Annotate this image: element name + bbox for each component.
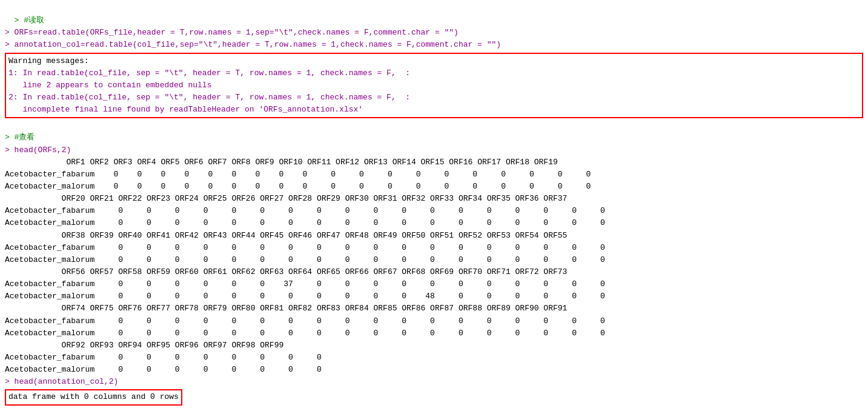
warning-2: 2: In read.table(col_file, sep = "\t", h… xyxy=(8,93,410,114)
warning-title: Warning messages: xyxy=(8,56,89,65)
comment-line-1: > #读取 xyxy=(15,16,44,25)
cmd-orfs-read: > ORFs=read.table(ORFs_file,header = T,r… xyxy=(5,28,459,37)
table-row-fabarum-1: Acetobacter_fabarum 0 0 0 0 0 0 0 0 0 0 … xyxy=(5,170,591,179)
table-row-fabarum-2: Acetobacter_fabarum 0 0 0 0 0 0 0 0 0 0 … xyxy=(5,206,605,215)
cmd-annotation-read: > annotation_col=read.table(col_file,sep… xyxy=(5,40,501,49)
result-text: data frame with 0 columns and 0 rows xyxy=(8,392,179,401)
cmd-head-annotation: > head(annotation_col,2) xyxy=(5,377,118,386)
table-header-6: ORF92 ORF93 ORF94 ORF95 ORF96 ORF97 ORF9… xyxy=(5,341,283,350)
table-row-malorum-1: Acetobacter_malorum 0 0 0 0 0 0 0 0 0 0 … xyxy=(5,182,591,191)
table-row-fabarum-3: Acetobacter_fabarum 0 0 0 0 0 0 0 0 0 0 … xyxy=(5,243,605,252)
warning-block: Warning messages: 1: In read.table(col_f… xyxy=(5,53,863,119)
table-header-4: ORF56 ORF57 ORF58 ORF59 ORF60 ORF61 ORF6… xyxy=(5,267,567,276)
console-output: > #读取 > ORFs=read.table(ORFs_file,header… xyxy=(0,0,868,408)
table-header-3: ORF38 ORF39 ORF40 ORF41 ORF42 ORF43 ORF4… xyxy=(5,231,567,240)
table-row-malorum-2: Acetobacter_malorum 0 0 0 0 0 0 0 0 0 0 … xyxy=(5,218,605,227)
table-header-2: ORF20 ORF21 ORF22 ORF23 ORF24 ORF25 ORF2… xyxy=(5,194,567,203)
table-row-fabarum-5: Acetobacter_fabarum 0 0 0 0 0 0 0 0 0 0 … xyxy=(5,316,605,326)
table-row-malorum-5: Acetobacter_malorum 0 0 0 0 0 0 0 0 0 0 … xyxy=(5,329,605,338)
table-row-malorum-4: Acetobacter_malorum 0 0 0 0 0 0 0 0 0 0 … xyxy=(5,292,605,301)
table-row-malorum-3: Acetobacter_malorum 0 0 0 0 0 0 0 0 0 0 … xyxy=(5,255,605,264)
table-row-malorum-6: Acetobacter_malorum 0 0 0 0 0 0 0 0 xyxy=(5,365,322,374)
table-header-5: ORF74 ORF75 ORF76 ORF77 ORF78 ORF79 ORF8… xyxy=(5,304,567,313)
table-header-1: ORF1 ORF2 ORF3 ORF4 ORF5 ORF6 ORF7 ORF8 … xyxy=(5,158,558,167)
table-row-fabarum-4: Acetobacter_fabarum 0 0 0 0 0 0 37 0 0 0… xyxy=(5,279,605,289)
table-row-fabarum-6: Acetobacter_fabarum 0 0 0 0 0 0 0 0 xyxy=(5,353,322,362)
result-dataframe: data frame with 0 columns and 0 rows xyxy=(5,389,182,405)
cmd-head-orfs: > head(ORFs,2) xyxy=(5,145,71,155)
warning-1: 1: In read.table(col_file, sep = "\t", h… xyxy=(8,69,410,90)
comment-line-2: > #查看 xyxy=(5,133,35,142)
